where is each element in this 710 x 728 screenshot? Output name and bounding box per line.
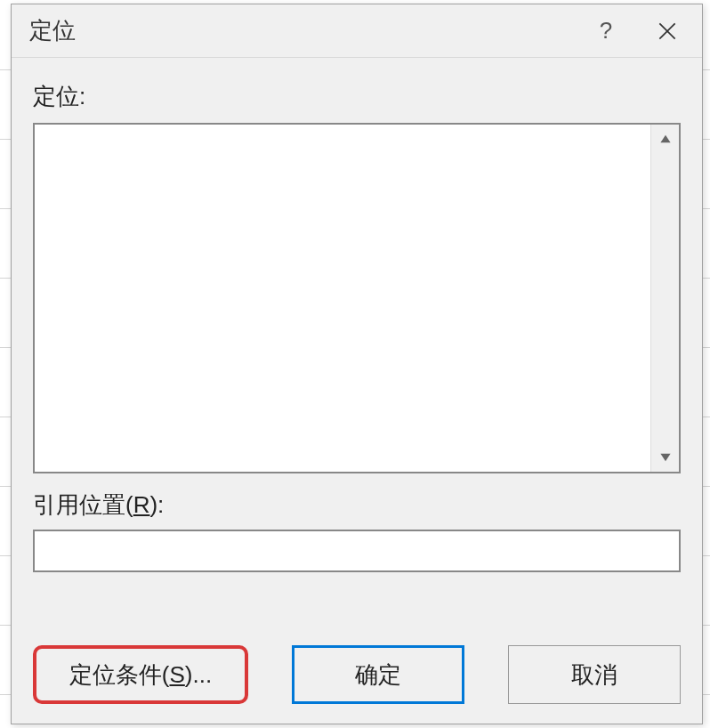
help-icon[interactable]: ? <box>579 4 633 58</box>
titlebar-controls: ? <box>579 4 702 57</box>
goto-dialog: 定位 ? 定位: <box>11 4 703 724</box>
listbox-scrollbar[interactable] <box>650 125 679 472</box>
special-button[interactable]: 定位条件(S)... <box>33 645 248 704</box>
titlebar: 定位 ? <box>12 4 702 58</box>
reference-label: 引用位置(R): <box>33 489 681 521</box>
svg-marker-3 <box>660 454 670 461</box>
svg-marker-2 <box>660 135 670 142</box>
close-icon[interactable] <box>633 4 702 58</box>
dialog-body: 定位: 引用位置(R): <box>12 58 702 572</box>
reference-section: 引用位置(R): <box>33 489 681 572</box>
scroll-up-icon[interactable] <box>651 125 680 153</box>
cancel-button[interactable]: 取消 <box>508 645 681 704</box>
reference-input[interactable] <box>33 530 681 572</box>
scroll-down-icon[interactable] <box>651 443 680 472</box>
goto-listbox[interactable] <box>33 123 681 473</box>
goto-label: 定位: <box>33 81 681 112</box>
dialog-title: 定位 <box>29 15 76 46</box>
ok-button[interactable]: 确定 <box>292 645 464 704</box>
button-row: 定位条件(S)... 确定 取消 <box>33 645 681 704</box>
